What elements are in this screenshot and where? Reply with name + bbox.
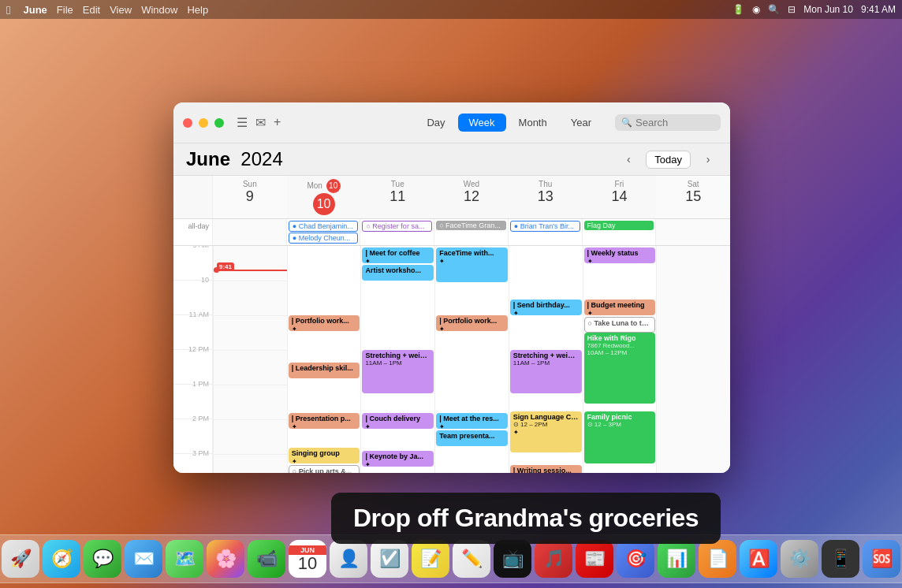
fullscreen-button[interactable] [214, 118, 224, 128]
search-bar[interactable]: 🔍 [615, 114, 721, 131]
dock-numbers[interactable]: 📊 [658, 540, 695, 578]
day-num-fri: 14 [583, 188, 657, 205]
event-thu-writing[interactable]: | Writing sessio...✦ [510, 465, 582, 473]
allday-event-melody[interactable]: ● Melody Cheun... [289, 233, 359, 244]
day-name-thu: Thu [539, 180, 552, 188]
calendar-window: ☰ ✉ + Day Week Month Year 🔍 June 2024 ‹ … [173, 102, 730, 473]
event-tue-coffee[interactable]: | Meet for coffee✦ [362, 247, 434, 263]
label-2pm: 2 PM [173, 415, 212, 422]
menu-view[interactable]: View [110, 4, 132, 16]
event-wed-meet[interactable]: | Meet at the res...✦ [436, 413, 508, 429]
allday-event-flagday[interactable]: Flag Day [584, 221, 654, 230]
dock-calendar[interactable]: JUN 10 [289, 540, 326, 578]
app-menu-calendar[interactable]: June [23, 4, 47, 16]
event-thu-signlang[interactable]: Sign Language Club ⊙ 12 – 2PM✦ [510, 411, 582, 452]
event-mon-portfolio[interactable]: | Portfolio work...✦ [289, 315, 360, 331]
event-mon-leadership[interactable]: | Leadership skil... [289, 363, 360, 378]
dock-pages[interactable]: 📄 [699, 540, 736, 578]
tab-day[interactable]: Day [416, 114, 456, 132]
minimize-button[interactable] [199, 118, 208, 128]
day-num-sat: 15 [656, 188, 730, 205]
apple-menu[interactable]:  [6, 3, 10, 17]
event-wed-portfolio[interactable]: | Portfolio work...✦ [436, 315, 508, 331]
dock-freeform[interactable]: ✏️ [453, 540, 490, 578]
search-icon: 🔍 [621, 117, 632, 128]
dock-music[interactable]: 🎵 [535, 540, 572, 578]
menu-edit[interactable]: Edit [83, 4, 100, 16]
add-event-icon[interactable]: + [274, 115, 281, 130]
today-button[interactable]: Today [646, 151, 691, 169]
hour-line-10 [214, 281, 287, 281]
label-9am: 9 AM [173, 246, 212, 249]
prev-arrow[interactable]: ‹ [619, 150, 638, 169]
allday-event-chad[interactable]: ● Chad Benjamin... [289, 221, 359, 232]
event-wed-facetime[interactable]: FaceTime with...✦ [436, 247, 508, 282]
next-arrow[interactable]: › [699, 150, 718, 169]
dock-safari[interactable]: 🧭 [43, 540, 80, 578]
day-name-fri: Fri [615, 180, 624, 188]
dock-facetime[interactable]: 📹 [248, 540, 285, 578]
dock-news[interactable]: 📰 [576, 540, 613, 578]
event-fri-weekly[interactable]: | Weekly status✦ [584, 247, 656, 263]
month-title: June 2024 [186, 148, 283, 170]
col-thu: | Send birthday...✦ Stretching + weights… [509, 246, 583, 473]
event-tue-couch[interactable]: | Couch delivery✦ [362, 413, 434, 429]
search-input[interactable] [636, 117, 714, 128]
event-fri-hike[interactable]: Hike with Rigo 7867 Redwood... 10AM – 12… [584, 333, 656, 404]
dock-maps[interactable]: 🗺️ [166, 540, 203, 578]
battery-icon: 🔋 [732, 4, 744, 15]
event-fri-luna[interactable]: ○ Take Luna to th... [584, 317, 656, 333]
allday-event-register[interactable]: ○ Register for sa... [362, 221, 432, 232]
close-button[interactable] [183, 118, 192, 128]
day-name-tue: Tue [391, 180, 404, 188]
tab-month[interactable]: Month [508, 114, 558, 132]
time-3pm: 3 PM [173, 454, 212, 473]
dock-messages[interactable]: 💬 [84, 540, 121, 578]
dock-notes[interactable]: 📝 [412, 540, 449, 578]
event-mon-presentation[interactable]: | Presentation p...✦ [289, 413, 360, 429]
allday-thu: ● Brian Tran's Bir... [509, 219, 583, 245]
tab-week[interactable]: Week [458, 114, 506, 132]
dock-reminders[interactable]: ☑️ [371, 540, 408, 578]
notification-icon[interactable]: ⊟ [788, 4, 796, 15]
menu-file[interactable]: File [57, 4, 73, 16]
dock-settings[interactable]: ⚙️ [781, 540, 818, 578]
col-sun: 9:41 [213, 246, 287, 473]
hour-line-12 [214, 350, 287, 351]
event-wed-team[interactable]: Team presenta... [436, 430, 508, 446]
allday-event-facetime[interactable]: ○ FaceTime Gran... [436, 221, 506, 230]
dock-iphone[interactable]: 📱 [822, 540, 859, 578]
sidebar-toggle-icon[interactable]: ☰ [237, 115, 248, 130]
dock-appletv[interactable]: 📺 [494, 540, 531, 578]
event-thu-stretching[interactable]: Stretching + weights 11AM – 1PM [510, 350, 582, 393]
event-tue-keynote[interactable]: | Keynote by Ja...✦ [362, 451, 434, 467]
event-tue-stretching[interactable]: Stretching + weights 11AM – 1PM [362, 350, 434, 393]
event-tue-artist[interactable]: Artist worksho... [362, 265, 434, 281]
dock-keynote[interactable]: 🎯 [617, 540, 654, 578]
allday-sat [656, 219, 730, 245]
dock-photos[interactable]: 🌸 [207, 540, 244, 578]
dock-mail[interactable]: ✉️ [125, 540, 162, 578]
menu-window[interactable]: Window [141, 4, 177, 16]
dock-contacts[interactable]: 👤 [330, 540, 367, 578]
dock-support[interactable]: 🆘 [863, 540, 900, 578]
event-mon-singing[interactable]: Singing group✦ [289, 448, 360, 463]
cal-month-header: June 2024 ‹ Today › [173, 143, 730, 176]
event-mon-pickup[interactable]: ○ Pick up arts &... [289, 465, 360, 473]
year-number: 2024 [240, 148, 282, 169]
allday-event-brian[interactable]: ● Brian Tran's Bir... [510, 221, 580, 232]
time-grid[interactable]: 9 AM 10 11 AM 12 PM 1 PM 2 PM 3 PM 4 PM … [173, 246, 730, 473]
dock-appstore[interactable]: 🅰️ [740, 540, 777, 578]
header-sat: Sat 15 [656, 176, 730, 218]
event-fri-budget[interactable]: | Budget meeting✦ [584, 300, 656, 315]
menu-help[interactable]: Help [187, 4, 208, 16]
view-tabs: Day Week Month Year [416, 114, 602, 132]
day-name-sun: Sun [243, 180, 257, 188]
event-fri-picnic[interactable]: Family picnic ⊙ 12 – 3PM [584, 411, 656, 463]
dock-calendar-day: 10 [298, 555, 317, 572]
dock-launchpad[interactable]: 🚀 [2, 540, 39, 578]
search-icon[interactable]: 🔍 [768, 4, 780, 15]
event-thu-birthday[interactable]: | Send birthday...✦ [510, 300, 582, 315]
search-mail-icon[interactable]: ✉ [255, 115, 266, 130]
tab-year[interactable]: Year [560, 114, 602, 132]
